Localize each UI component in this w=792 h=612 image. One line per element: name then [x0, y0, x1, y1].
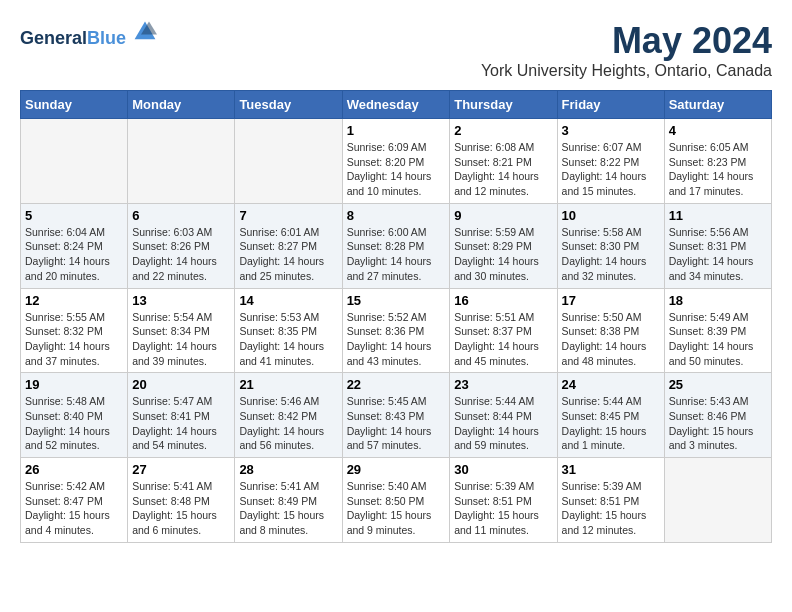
calendar-week-row: 1Sunrise: 6:09 AMSunset: 8:20 PMDaylight… — [21, 119, 772, 204]
calendar-day-cell: 30Sunrise: 5:39 AMSunset: 8:51 PMDayligh… — [450, 458, 557, 543]
location-title: York University Heights, Ontario, Canada — [481, 62, 772, 80]
calendar-day-cell: 18Sunrise: 5:49 AMSunset: 8:39 PMDayligh… — [664, 288, 771, 373]
day-detail: Sunrise: 5:54 AMSunset: 8:34 PMDaylight:… — [132, 310, 230, 369]
calendar-day-cell: 17Sunrise: 5:50 AMSunset: 8:38 PMDayligh… — [557, 288, 664, 373]
weekday-header: Tuesday — [235, 91, 342, 119]
calendar-day-cell: 2Sunrise: 6:08 AMSunset: 8:21 PMDaylight… — [450, 119, 557, 204]
day-detail: Sunrise: 5:48 AMSunset: 8:40 PMDaylight:… — [25, 394, 123, 453]
day-number: 26 — [25, 462, 123, 477]
day-detail: Sunrise: 5:42 AMSunset: 8:47 PMDaylight:… — [25, 479, 123, 538]
title-block: May 2024 York University Heights, Ontari… — [481, 20, 772, 80]
day-detail: Sunrise: 6:00 AMSunset: 8:28 PMDaylight:… — [347, 225, 446, 284]
day-number: 11 — [669, 208, 767, 223]
weekday-header: Sunday — [21, 91, 128, 119]
day-detail: Sunrise: 5:45 AMSunset: 8:43 PMDaylight:… — [347, 394, 446, 453]
day-number: 22 — [347, 377, 446, 392]
calendar-week-row: 26Sunrise: 5:42 AMSunset: 8:47 PMDayligh… — [21, 458, 772, 543]
day-detail: Sunrise: 6:01 AMSunset: 8:27 PMDaylight:… — [239, 225, 337, 284]
day-detail: Sunrise: 6:04 AMSunset: 8:24 PMDaylight:… — [25, 225, 123, 284]
calendar-table: SundayMondayTuesdayWednesdayThursdayFrid… — [20, 90, 772, 543]
day-number: 23 — [454, 377, 552, 392]
day-number: 3 — [562, 123, 660, 138]
calendar-day-cell — [128, 119, 235, 204]
calendar-day-cell: 27Sunrise: 5:41 AMSunset: 8:48 PMDayligh… — [128, 458, 235, 543]
day-detail: Sunrise: 5:53 AMSunset: 8:35 PMDaylight:… — [239, 310, 337, 369]
calendar-day-cell: 1Sunrise: 6:09 AMSunset: 8:20 PMDaylight… — [342, 119, 450, 204]
calendar-week-row: 5Sunrise: 6:04 AMSunset: 8:24 PMDaylight… — [21, 203, 772, 288]
day-detail: Sunrise: 6:03 AMSunset: 8:26 PMDaylight:… — [132, 225, 230, 284]
day-detail: Sunrise: 5:39 AMSunset: 8:51 PMDaylight:… — [454, 479, 552, 538]
day-number: 10 — [562, 208, 660, 223]
day-number: 12 — [25, 293, 123, 308]
day-number: 17 — [562, 293, 660, 308]
calendar-day-cell: 29Sunrise: 5:40 AMSunset: 8:50 PMDayligh… — [342, 458, 450, 543]
calendar-day-cell: 5Sunrise: 6:04 AMSunset: 8:24 PMDaylight… — [21, 203, 128, 288]
day-number: 5 — [25, 208, 123, 223]
day-number: 13 — [132, 293, 230, 308]
calendar-day-cell — [235, 119, 342, 204]
logo-general: General — [20, 28, 87, 48]
day-number: 9 — [454, 208, 552, 223]
day-number: 25 — [669, 377, 767, 392]
day-detail: Sunrise: 5:49 AMSunset: 8:39 PMDaylight:… — [669, 310, 767, 369]
calendar-header-row: SundayMondayTuesdayWednesdayThursdayFrid… — [21, 91, 772, 119]
calendar-day-cell: 28Sunrise: 5:41 AMSunset: 8:49 PMDayligh… — [235, 458, 342, 543]
weekday-header: Thursday — [450, 91, 557, 119]
day-detail: Sunrise: 5:39 AMSunset: 8:51 PMDaylight:… — [562, 479, 660, 538]
calendar-day-cell: 8Sunrise: 6:00 AMSunset: 8:28 PMDaylight… — [342, 203, 450, 288]
day-number: 30 — [454, 462, 552, 477]
logo: GeneralBlue — [20, 20, 157, 49]
day-number: 16 — [454, 293, 552, 308]
weekday-header: Saturday — [664, 91, 771, 119]
calendar-day-cell: 12Sunrise: 5:55 AMSunset: 8:32 PMDayligh… — [21, 288, 128, 373]
calendar-day-cell: 20Sunrise: 5:47 AMSunset: 8:41 PMDayligh… — [128, 373, 235, 458]
calendar-day-cell: 3Sunrise: 6:07 AMSunset: 8:22 PMDaylight… — [557, 119, 664, 204]
calendar-day-cell: 21Sunrise: 5:46 AMSunset: 8:42 PMDayligh… — [235, 373, 342, 458]
day-detail: Sunrise: 5:40 AMSunset: 8:50 PMDaylight:… — [347, 479, 446, 538]
day-number: 19 — [25, 377, 123, 392]
calendar-day-cell: 7Sunrise: 6:01 AMSunset: 8:27 PMDaylight… — [235, 203, 342, 288]
weekday-header: Friday — [557, 91, 664, 119]
day-number: 6 — [132, 208, 230, 223]
day-number: 29 — [347, 462, 446, 477]
day-number: 14 — [239, 293, 337, 308]
day-number: 2 — [454, 123, 552, 138]
day-number: 20 — [132, 377, 230, 392]
calendar-day-cell: 15Sunrise: 5:52 AMSunset: 8:36 PMDayligh… — [342, 288, 450, 373]
day-detail: Sunrise: 5:41 AMSunset: 8:48 PMDaylight:… — [132, 479, 230, 538]
calendar-day-cell: 25Sunrise: 5:43 AMSunset: 8:46 PMDayligh… — [664, 373, 771, 458]
day-number: 18 — [669, 293, 767, 308]
calendar-week-row: 19Sunrise: 5:48 AMSunset: 8:40 PMDayligh… — [21, 373, 772, 458]
calendar-day-cell: 22Sunrise: 5:45 AMSunset: 8:43 PMDayligh… — [342, 373, 450, 458]
day-number: 27 — [132, 462, 230, 477]
calendar-week-row: 12Sunrise: 5:55 AMSunset: 8:32 PMDayligh… — [21, 288, 772, 373]
day-number: 21 — [239, 377, 337, 392]
day-detail: Sunrise: 5:59 AMSunset: 8:29 PMDaylight:… — [454, 225, 552, 284]
calendar-day-cell: 26Sunrise: 5:42 AMSunset: 8:47 PMDayligh… — [21, 458, 128, 543]
calendar-day-cell: 19Sunrise: 5:48 AMSunset: 8:40 PMDayligh… — [21, 373, 128, 458]
day-detail: Sunrise: 5:47 AMSunset: 8:41 PMDaylight:… — [132, 394, 230, 453]
day-number: 1 — [347, 123, 446, 138]
day-detail: Sunrise: 5:51 AMSunset: 8:37 PMDaylight:… — [454, 310, 552, 369]
weekday-header: Monday — [128, 91, 235, 119]
month-title: May 2024 — [481, 20, 772, 62]
day-detail: Sunrise: 5:52 AMSunset: 8:36 PMDaylight:… — [347, 310, 446, 369]
calendar-day-cell: 31Sunrise: 5:39 AMSunset: 8:51 PMDayligh… — [557, 458, 664, 543]
calendar-day-cell — [21, 119, 128, 204]
calendar-day-cell: 16Sunrise: 5:51 AMSunset: 8:37 PMDayligh… — [450, 288, 557, 373]
day-detail: Sunrise: 6:05 AMSunset: 8:23 PMDaylight:… — [669, 140, 767, 199]
day-detail: Sunrise: 5:56 AMSunset: 8:31 PMDaylight:… — [669, 225, 767, 284]
day-detail: Sunrise: 5:44 AMSunset: 8:45 PMDaylight:… — [562, 394, 660, 453]
day-number: 7 — [239, 208, 337, 223]
day-detail: Sunrise: 5:41 AMSunset: 8:49 PMDaylight:… — [239, 479, 337, 538]
day-detail: Sunrise: 5:44 AMSunset: 8:44 PMDaylight:… — [454, 394, 552, 453]
day-number: 8 — [347, 208, 446, 223]
day-detail: Sunrise: 5:43 AMSunset: 8:46 PMDaylight:… — [669, 394, 767, 453]
calendar-day-cell: 14Sunrise: 5:53 AMSunset: 8:35 PMDayligh… — [235, 288, 342, 373]
day-detail: Sunrise: 5:46 AMSunset: 8:42 PMDaylight:… — [239, 394, 337, 453]
day-number: 24 — [562, 377, 660, 392]
calendar-day-cell: 24Sunrise: 5:44 AMSunset: 8:45 PMDayligh… — [557, 373, 664, 458]
calendar-day-cell: 11Sunrise: 5:56 AMSunset: 8:31 PMDayligh… — [664, 203, 771, 288]
day-detail: Sunrise: 5:55 AMSunset: 8:32 PMDaylight:… — [25, 310, 123, 369]
calendar-day-cell: 13Sunrise: 5:54 AMSunset: 8:34 PMDayligh… — [128, 288, 235, 373]
